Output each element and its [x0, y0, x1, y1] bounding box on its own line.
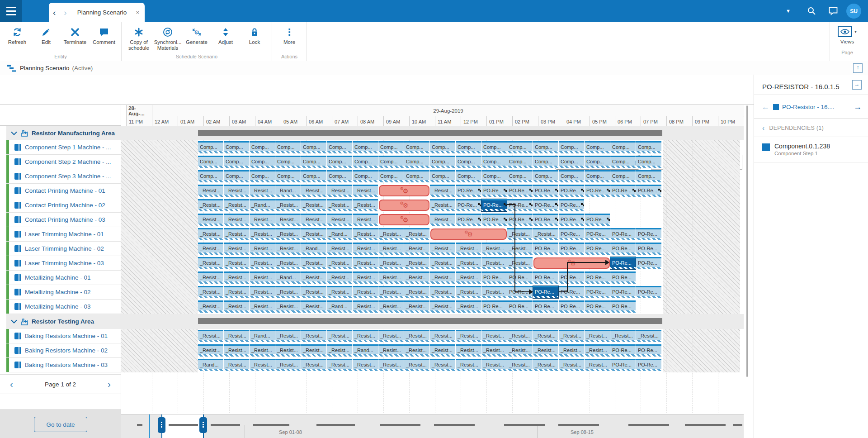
- task-bar[interactable]: _Resist...: [327, 286, 352, 298]
- task-bar[interactable]: Comp...: [507, 170, 533, 182]
- task-bar[interactable]: _Resist...: [327, 359, 352, 371]
- task-bar[interactable]: _Resist...: [456, 257, 481, 269]
- task-bar[interactable]: _Resist...: [275, 300, 301, 313]
- task-bar[interactable]: _Resist...: [430, 300, 455, 313]
- tab-planning-scenario[interactable]: ‹ › Planning Scenario ×: [49, 3, 145, 22]
- task-bar[interactable]: Comp...: [378, 156, 404, 168]
- task-bar[interactable]: _Resist...: [301, 271, 326, 284]
- task-bar[interactable]: _Resist...: [198, 257, 223, 269]
- task-bar[interactable]: Comp...: [507, 141, 533, 153]
- task-bar[interactable]: _Resist...: [378, 257, 404, 269]
- task-bar[interactable]: Comp...: [250, 170, 275, 182]
- po-task-bar[interactable]: PO-Re...: [559, 214, 584, 226]
- task-bar[interactable]: Comp...: [301, 170, 326, 182]
- tree-item-machine[interactable]: Laser Trimming Machine - 01: [6, 227, 121, 242]
- task-bar[interactable]: Comp...: [301, 156, 326, 168]
- task-bar[interactable]: Comp...: [353, 156, 378, 168]
- setup-task-bar[interactable]: ⚙⚙: [430, 229, 507, 240]
- po-task-bar[interactable]: PO-Re...: [559, 300, 584, 313]
- task-bar[interactable]: _Resist...: [353, 214, 378, 226]
- open-details-icon[interactable]: →: [852, 80, 862, 90]
- task-bar[interactable]: Comp...: [198, 156, 223, 168]
- task-bar[interactable]: _Resist...: [430, 359, 455, 371]
- task-bar[interactable]: _Resist...: [198, 214, 223, 226]
- task-bar[interactable]: Comp...: [456, 170, 481, 182]
- task-bar[interactable]: Comp...: [456, 156, 481, 168]
- task-bar[interactable]: _Resist...: [404, 243, 429, 255]
- po-task-bar[interactable]: PO-Re...: [507, 214, 533, 226]
- po-task-bar[interactable]: PO-Re...: [585, 243, 610, 255]
- po-task-bar[interactable]: PO-Re...: [456, 199, 481, 211]
- task-bar[interactable]: _Resist...: [404, 286, 429, 298]
- task-bar[interactable]: _Resist...: [275, 214, 301, 226]
- task-bar[interactable]: Comp...: [533, 141, 558, 153]
- po-task-bar[interactable]: PO-Re...: [585, 271, 610, 284]
- task-bar[interactable]: _Rand...: [301, 243, 326, 255]
- nav-next-arrow-icon[interactable]: →: [854, 102, 868, 112]
- task-bar[interactable]: _Resist...: [301, 228, 326, 240]
- task-bar[interactable]: _Resist...: [301, 344, 326, 357]
- po-task-bar[interactable]: PO-Re...: [610, 257, 636, 269]
- task-bar[interactable]: _Resist...: [275, 228, 301, 240]
- task-bar[interactable]: _Resist...: [430, 330, 455, 342]
- task-bar[interactable]: _Rand...: [353, 344, 378, 357]
- task-bar[interactable]: _Resist...: [378, 243, 404, 255]
- task-bar[interactable]: _Rand...: [327, 228, 352, 240]
- tree-item-machine[interactable]: Metallizing Machine - 01: [6, 271, 121, 285]
- task-bar[interactable]: _Resist...: [224, 344, 249, 357]
- task-bar[interactable]: _Resist...: [481, 243, 507, 255]
- task-bar[interactable]: Comp...: [559, 170, 584, 182]
- task-bar[interactable]: Comp...: [224, 141, 249, 153]
- task-bar[interactable]: _Resist...: [404, 300, 429, 313]
- task-bar[interactable]: Comp...: [353, 170, 378, 182]
- task-bar[interactable]: _Resist...: [198, 286, 223, 298]
- timeline-scroller[interactable]: Sep 01-08 Sep 08-15: [121, 414, 744, 438]
- task-bar[interactable]: _Resist...: [250, 286, 275, 298]
- task-bar[interactable]: Comp...: [275, 170, 301, 182]
- task-bar[interactable]: _Resist...: [250, 359, 275, 371]
- tree-item-machine[interactable]: Contact Printing Machine - 02: [6, 198, 121, 213]
- close-tab-icon[interactable]: ×: [130, 9, 145, 16]
- task-bar[interactable]: Comp...: [404, 141, 429, 153]
- po-task-bar[interactable]: PO-Re...: [533, 199, 558, 211]
- task-bar[interactable]: _Resist...: [378, 228, 404, 240]
- task-bar[interactable]: _Resist...: [250, 214, 275, 226]
- task-bar[interactable]: Comp...: [533, 156, 558, 168]
- task-bar[interactable]: Comp...: [327, 156, 352, 168]
- task-bar[interactable]: Comp...: [585, 141, 610, 153]
- task-bar[interactable]: _Resist...: [378, 300, 404, 313]
- task-bar[interactable]: _Resist...: [198, 330, 223, 342]
- tree-item-machine[interactable]: Metallizing Machine - 02: [6, 285, 121, 300]
- task-bar[interactable]: _Resist...: [507, 344, 533, 357]
- setup-task-bar[interactable]: ⚙⚙: [533, 257, 610, 269]
- go-to-date-button[interactable]: Go to date: [34, 417, 87, 432]
- task-bar[interactable]: _Resist...: [456, 300, 481, 313]
- toolbar-button-refresh[interactable]: Refresh: [3, 24, 32, 53]
- task-bar[interactable]: _Resist...: [224, 214, 249, 226]
- task-bar[interactable]: Comp...: [198, 170, 223, 182]
- task-bar[interactable]: Comp...: [481, 141, 507, 153]
- task-bar[interactable]: _Resist...: [224, 243, 249, 255]
- toolbar-button-copy-of-schedule[interactable]: Copy of schedule: [124, 24, 153, 53]
- toolbar-button-adjust[interactable]: Adjust: [211, 24, 240, 53]
- toolbar-button-lock[interactable]: Lock: [240, 24, 269, 53]
- po-task-bar[interactable]: PO-Re...: [610, 271, 636, 284]
- task-bar[interactable]: _Resist...: [275, 359, 301, 371]
- po-task-bar[interactable]: PO-Re...: [559, 243, 584, 255]
- task-bar[interactable]: _Resist...: [275, 286, 301, 298]
- task-bar[interactable]: Comp...: [559, 141, 584, 153]
- task-bar[interactable]: _Resist...: [559, 359, 584, 371]
- task-bar[interactable]: _Resist...: [198, 228, 223, 240]
- collapse-panel-icon[interactable]: ↑: [853, 63, 863, 73]
- po-task-bar[interactable]: PO-Re...: [610, 185, 636, 197]
- task-bar[interactable]: _Resist...: [559, 344, 584, 357]
- task-bar[interactable]: Comp...: [301, 141, 326, 153]
- forward-chevron-icon[interactable]: ›: [60, 8, 71, 17]
- task-bar[interactable]: Comp...: [353, 141, 378, 153]
- task-bar[interactable]: Comp...: [198, 141, 223, 153]
- po-task-bar[interactable]: PO-Re...: [610, 228, 636, 240]
- task-bar[interactable]: _Resist...: [327, 344, 352, 357]
- task-bar[interactable]: _Resist...: [353, 257, 378, 269]
- task-bar[interactable]: Comp...: [636, 156, 661, 168]
- task-bar[interactable]: Comp...: [275, 141, 301, 153]
